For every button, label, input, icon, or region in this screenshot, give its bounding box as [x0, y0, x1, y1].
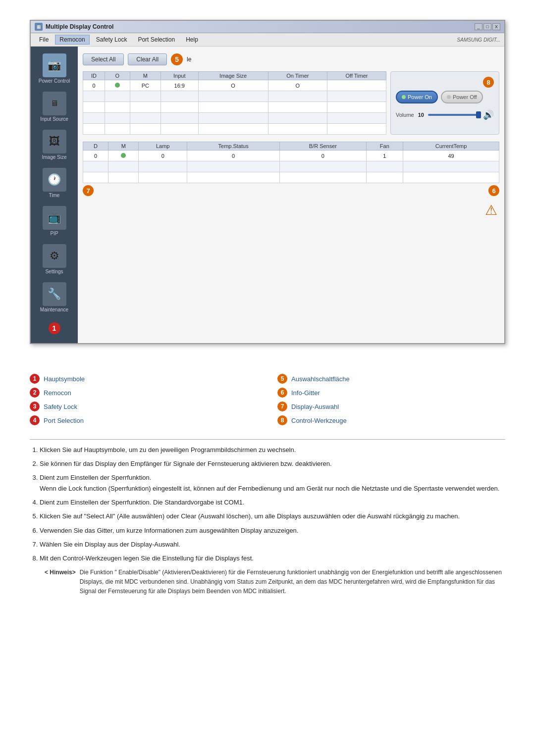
power-off-indicator: [447, 95, 451, 99]
close-button[interactable]: X: [492, 23, 500, 30]
table-row[interactable]: [83, 113, 386, 124]
power-buttons: Power On Power Off: [396, 91, 494, 103]
menu-safety-lock[interactable]: Safety Lock: [92, 35, 132, 45]
badge-7: 7: [83, 185, 94, 196]
table-row[interactable]: [83, 124, 386, 135]
sidebar-item-settings[interactable]: ⚙ Settings: [31, 242, 78, 276]
instruction-7: Wählen Sie ein Display aus der Display-A…: [40, 539, 505, 550]
power-on-indicator: [402, 95, 406, 99]
col-input: Input: [160, 72, 198, 80]
sidebar-label-time: Time: [49, 193, 60, 198]
badge-8: 8: [483, 77, 494, 88]
badge-1: 1: [49, 322, 60, 334]
legend-badge-3: 3: [30, 402, 40, 411]
cell-image-size: O: [198, 80, 268, 91]
lower-col-brsenser: B/R Senser: [280, 142, 366, 151]
instruction-5: Klicken Sie auf "Select All" (Alle auswä…: [40, 511, 505, 522]
hint-label: < Hinweis>: [45, 568, 76, 597]
lower-cell-brsenser: 0: [280, 151, 366, 161]
lower-cell-m: [108, 151, 139, 161]
legend-badge-4: 4: [30, 415, 40, 425]
menu-file[interactable]: File: [35, 35, 53, 45]
display-grid-upper: ID O M Input Image Size On Timer Off Tim…: [83, 71, 386, 135]
cell-m: PC: [130, 80, 160, 91]
table-row[interactable]: [83, 172, 499, 183]
legend-text-6: Info-Gitter: [291, 389, 320, 397]
power-off-label: Power Off: [453, 94, 477, 100]
volume-icon: 🔊: [483, 109, 494, 120]
toolbar-suffix: le: [187, 56, 191, 63]
legend-row-4: 4 Port Selection: [30, 415, 258, 425]
legend-badge-2: 2: [30, 388, 40, 398]
lower-col-m: M: [108, 142, 139, 151]
instruction-4: Dient zum Einstellen der Sperrfunktion. …: [40, 497, 505, 508]
power-control-icon: 📷: [43, 53, 66, 77]
warning-icon: ⚠: [485, 202, 497, 218]
title-bar: ▦ Multiple Display Control _ □ X: [31, 21, 504, 33]
legend-text-3: Safety Lock: [44, 403, 77, 410]
menu-help[interactable]: Help: [181, 35, 203, 45]
table-row[interactable]: 0 0 0 0 1 49: [83, 151, 499, 161]
window-title: Multiple Display Control: [46, 23, 113, 30]
power-off-button[interactable]: Power Off: [441, 91, 483, 103]
legend-badge-5: 5: [277, 374, 287, 384]
warning-area: ⚠: [83, 200, 499, 220]
sidebar-label-input: Input Source: [40, 116, 68, 122]
volume-value: 10: [418, 112, 424, 118]
cell-input: 16:9: [160, 80, 198, 91]
volume-row: Volume 10 🔊: [396, 109, 494, 120]
power-on-button[interactable]: Power On: [396, 91, 438, 103]
menu-remocon[interactable]: Remocon: [55, 35, 89, 45]
instruction-3a: Dient zum Einstellen der Sperrfunktion.: [40, 474, 151, 481]
maximize-button[interactable]: □: [483, 23, 491, 30]
legend-badge-8: 8: [277, 415, 287, 425]
legend-badge-6: 6: [277, 388, 287, 398]
legend-text-5: Auswahlschaltfläche: [291, 375, 350, 383]
toolbar: Select All Clear All 5 le: [83, 51, 499, 67]
minimize-button[interactable]: _: [475, 23, 482, 30]
window-controls[interactable]: _ □ X: [475, 23, 500, 30]
sidebar-item-power-control[interactable]: 📷 Power Control: [31, 51, 78, 86]
volume-slider[interactable]: [428, 114, 479, 116]
table-row[interactable]: 0 PC 16:9 O O: [83, 80, 386, 91]
lower-col-lamp: Lamp: [139, 142, 187, 151]
input-source-icon: 🖥: [43, 92, 66, 115]
sidebar-item-image-size[interactable]: 🖼 Image Size: [31, 128, 78, 162]
select-all-button[interactable]: Select All: [83, 53, 124, 65]
sidebar-item-pip[interactable]: 📺 PIP: [31, 204, 78, 238]
legend-text-1: Hauptsymbole: [44, 375, 85, 383]
legend-text-7: Display-Auswahl: [291, 403, 339, 410]
grid-container: ID O M Input Image Size On Timer Off Tim…: [83, 71, 499, 135]
right-panel: Select All Clear All 5 le ID O: [78, 47, 504, 343]
sidebar-label-maintenance: Maintenance: [40, 307, 68, 312]
legend-badge-1: 1: [30, 374, 40, 384]
sidebar-item-time[interactable]: 🕐 Time: [31, 166, 78, 200]
lower-col-d: D: [83, 142, 108, 151]
power-on-label: Power On: [408, 94, 432, 100]
legend-text-8: Control-Werkzeuge: [291, 417, 347, 424]
legend-text-4: Port Selection: [44, 417, 84, 424]
app-icon: ▦: [35, 23, 43, 31]
col-id: ID: [83, 72, 105, 80]
col-image-size: Image Size: [198, 72, 268, 80]
sidebar-item-input-source[interactable]: 🖥 Input Source: [31, 90, 78, 124]
instruction-3b: Wenn die Lock function (Sperrfunktion) e…: [40, 485, 499, 492]
col-m: M: [130, 72, 160, 80]
lower-cell-lamp: 0: [139, 151, 187, 161]
table-row[interactable]: [83, 91, 386, 102]
upper-table: ID O M Input Image Size On Timer Off Tim…: [83, 71, 386, 135]
table-row[interactable]: [83, 161, 499, 172]
legend-left: 1 Hauptsymbole 2 Remocon 3 Safety Lock 4…: [30, 374, 258, 429]
menu-port-selection[interactable]: Port Selection: [133, 35, 179, 45]
table-row[interactable]: [83, 102, 386, 113]
divider: [30, 439, 505, 440]
sidebar-item-maintenance[interactable]: 🔧 Maintenance: [31, 280, 78, 314]
lower-table: D M Lamp Temp.Status B/R Senser Fan Curr…: [83, 142, 499, 183]
col-o: O: [105, 72, 130, 80]
sidebar-badge-area: 1: [45, 318, 64, 338]
legend-badge-7: 7: [277, 402, 287, 411]
sidebar-label-image: Image Size: [42, 154, 66, 160]
control-panel: 8 Power On Power Off: [390, 71, 499, 135]
legend-row-6: 6 Info-Gitter: [277, 388, 505, 398]
clear-all-button[interactable]: Clear All: [128, 53, 167, 65]
